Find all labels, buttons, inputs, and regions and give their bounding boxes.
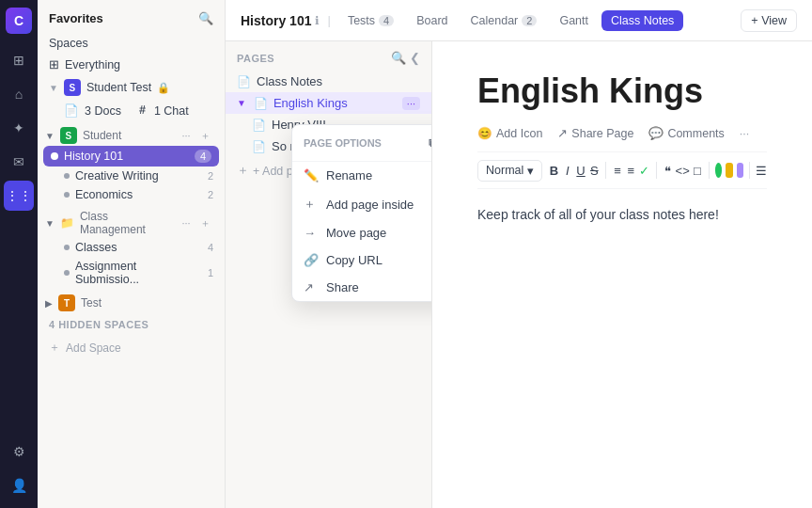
ctx-move-page[interactable]: → Move page bbox=[292, 219, 432, 246]
student-test-avatar: S bbox=[64, 79, 81, 96]
code-btn[interactable]: <> bbox=[676, 158, 690, 183]
ctx-copy-url[interactable]: 🔗 Copy URL bbox=[292, 246, 432, 274]
dot-icon bbox=[64, 270, 70, 276]
bold-btn[interactable]: B bbox=[548, 158, 559, 183]
collapse-pages-icon[interactable]: ❮ bbox=[410, 51, 420, 65]
plus-icon: ＋ bbox=[49, 340, 60, 356]
ctx-rename[interactable]: ✏️ Rename bbox=[292, 162, 432, 189]
more-meta-btn[interactable]: ··· bbox=[740, 127, 749, 140]
link-icon: 🔗 bbox=[304, 253, 319, 267]
sidebar-item-history101[interactable]: History 101 4 bbox=[43, 146, 219, 167]
page-doc-icon: 📄 bbox=[254, 97, 268, 110]
strikethrough-btn[interactable]: S bbox=[588, 158, 600, 183]
star-icon[interactable]: ✦ bbox=[4, 113, 34, 143]
quote-btn[interactable]: ❝ bbox=[662, 158, 673, 183]
pages-panel: PAGES 🔍 ❮ 📄 Class Notes ▼ 📄 English King… bbox=[226, 41, 432, 508]
home-icon[interactable]: ⌂ bbox=[4, 79, 34, 109]
app-logo[interactable]: C bbox=[6, 8, 32, 34]
user-icon[interactable]: 👤 bbox=[4, 470, 34, 500]
test-group-header[interactable]: ▶ T Test bbox=[38, 289, 225, 313]
italic-btn[interactable]: I bbox=[562, 158, 573, 183]
move-icon: → bbox=[304, 226, 319, 240]
editor-area: English Kings 😊 Add Icon ↗ Share Page 💬 … bbox=[432, 41, 812, 508]
page-item-class-notes[interactable]: 📄 Class Notes bbox=[226, 71, 431, 92]
hashtag-icon: ＃ bbox=[136, 103, 148, 119]
expand-icon: ▼ bbox=[237, 98, 246, 108]
add-btn[interactable]: ＋ bbox=[196, 127, 213, 144]
test-label: Test bbox=[81, 296, 102, 310]
tab-calendar[interactable]: Calendar 2 bbox=[461, 10, 547, 31]
emoji-icon: 😊 bbox=[477, 126, 492, 140]
ordered-list-btn[interactable]: ≡ bbox=[625, 158, 636, 183]
pages-label: PAGES bbox=[237, 53, 274, 64]
student-test-group[interactable]: ▼ S Student Test 🔒 bbox=[38, 75, 225, 100]
add-btn[interactable]: ＋ bbox=[196, 214, 213, 231]
more-toolbar-btn[interactable]: ☰ bbox=[756, 158, 767, 183]
sidebar-item-creative-writing[interactable]: Creative Writing 2 bbox=[38, 167, 225, 185]
sidebar-item-economics[interactable]: Economics 2 bbox=[38, 185, 225, 204]
sidebar-spaces-label[interactable]: Spaces bbox=[38, 33, 225, 54]
tab-gantt[interactable]: Gantt bbox=[550, 10, 598, 31]
dot-icon bbox=[51, 152, 58, 160]
class-management-actions: ··· ＋ bbox=[178, 214, 213, 231]
editor-toolbar: Normal ▾ B I U S ≡ ≡ ✓ ❝ <> □ bbox=[477, 151, 767, 189]
class-management-header[interactable]: ▼ 📁 Class Management ··· ＋ bbox=[38, 204, 225, 238]
page-item-english-kings[interactable]: ▼ 📄 English Kings ··· bbox=[226, 92, 431, 114]
settings-icon[interactable]: ⚙ bbox=[4, 437, 34, 467]
color-purple[interactable] bbox=[737, 163, 744, 178]
chevron-down-icon: ▾ bbox=[527, 164, 534, 178]
sidebar-item-classes[interactable]: Classes 4 bbox=[38, 238, 225, 257]
search-pages-icon[interactable]: 🔍 bbox=[391, 51, 406, 65]
grid-icon[interactable]: ⊞ bbox=[4, 45, 34, 75]
underline-btn[interactable]: U bbox=[575, 158, 586, 183]
more-options-btn[interactable]: ··· bbox=[178, 214, 195, 231]
student-group-actions: ··· ＋ bbox=[178, 127, 213, 144]
editor-meta: 😊 Add Icon ↗ Share Page 💬 Comments ··· bbox=[477, 126, 767, 140]
check-btn[interactable]: ✓ bbox=[639, 158, 650, 183]
table-btn[interactable]: □ bbox=[692, 158, 703, 183]
copy-icon[interactable]: ⧉ bbox=[422, 133, 432, 153]
editor-title: English Kings bbox=[477, 71, 767, 111]
info-icon[interactable]: ℹ bbox=[315, 14, 320, 27]
share-page-btn[interactable]: ↗ Share Page bbox=[557, 126, 633, 140]
more-options-btn[interactable]: ··· bbox=[178, 127, 195, 144]
share-icon: ↗ bbox=[557, 126, 568, 140]
dot-icon bbox=[64, 245, 70, 250]
format-dropdown[interactable]: Normal ▾ bbox=[477, 160, 542, 182]
comment-icon: 💬 bbox=[648, 126, 664, 140]
sidebar-item-docs[interactable]: 📄 3 Docs ＃ 1 Chat bbox=[38, 100, 225, 121]
ctx-share[interactable]: ↗ Share 🖱 bbox=[292, 274, 432, 301]
spaces-section: Spaces ⊞ Everything bbox=[38, 33, 225, 75]
comments-btn[interactable]: 💬 Comments bbox=[648, 126, 724, 140]
page-doc-icon: 📄 bbox=[237, 75, 251, 88]
main-content: History 101 ℹ | Tests 4 Board Calendar 2… bbox=[226, 0, 812, 508]
add-icon-btn[interactable]: 😊 Add Icon bbox=[477, 126, 542, 140]
sidebar-item-assignment[interactable]: Assignment Submissio... 1 bbox=[38, 257, 225, 289]
grid-small-icon: ⊞ bbox=[49, 57, 59, 71]
student-test-label: Student Test bbox=[86, 81, 151, 94]
tab-board[interactable]: Board bbox=[407, 10, 457, 31]
page-doc-icon: 📄 bbox=[252, 140, 266, 153]
tab-tests[interactable]: Tests 4 bbox=[338, 10, 403, 31]
test-avatar: T bbox=[58, 294, 75, 311]
search-icon[interactable]: 🔍 bbox=[198, 11, 213, 25]
sidebar-item-everything[interactable]: ⊞ Everything bbox=[38, 54, 225, 75]
page-options-btn[interactable]: ··· bbox=[402, 97, 420, 110]
tab-class-notes[interactable]: Class Notes bbox=[601, 10, 683, 31]
inbox-icon[interactable]: ✉ bbox=[4, 147, 34, 177]
collapse-icon: ▼ bbox=[49, 83, 58, 93]
apps-icon[interactable]: ⋮⋮ bbox=[4, 181, 34, 211]
add-space-btn[interactable]: ＋ Add Space bbox=[38, 336, 225, 359]
ctx-add-page-inside[interactable]: ＋ Add page inside bbox=[292, 189, 432, 219]
view-button[interactable]: + View bbox=[741, 9, 797, 32]
content-panel: PAGES 🔍 ❮ 📄 Class Notes ▼ 📄 English King… bbox=[226, 41, 812, 508]
collapse-icon: ▼ bbox=[45, 131, 55, 141]
student-group-header[interactable]: ▼ S Student ··· ＋ bbox=[38, 121, 225, 146]
list-btn[interactable]: ≡ bbox=[612, 158, 623, 183]
color-green[interactable] bbox=[715, 163, 723, 178]
rename-icon: ✏️ bbox=[304, 168, 319, 183]
editor-body[interactable]: Keep track of all of your class notes he… bbox=[477, 204, 767, 225]
tests-badge: 4 bbox=[379, 15, 394, 26]
color-yellow[interactable] bbox=[726, 163, 733, 178]
share-icon: ↗ bbox=[304, 280, 319, 294]
